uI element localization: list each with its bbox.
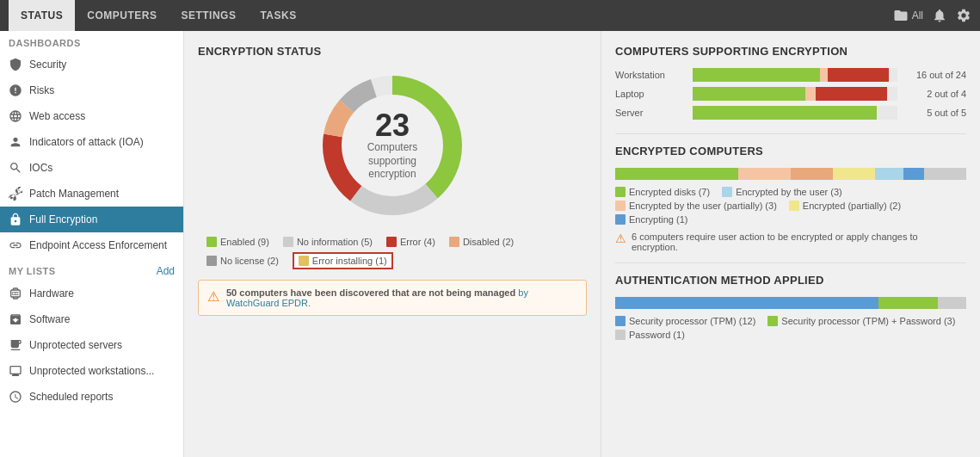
sidebar-item-full-encryption[interactable]: Full Encryption (0, 207, 183, 232)
enc-dot-partial-user (615, 201, 626, 211)
sidebar-label-iocs: IOCs (29, 162, 52, 174)
sidebar-item-ioa[interactable]: Indicators of attack (IOA) (0, 129, 183, 155)
enc-warning-text: 6 computers require user action to be en… (632, 232, 966, 252)
enc-label-partial: Encrypted (partially) (2) (803, 201, 901, 211)
nav-tab-tasks[interactable]: Tasks (248, 0, 308, 31)
sidebar-item-iocs[interactable]: IOCs (0, 155, 183, 181)
right-panel: COMPUTERS SUPPORTING ENCRYPTION Workstat… (601, 31, 980, 457)
enc-legend-partial-user: Encrypted by the user (partially) (3) (615, 201, 777, 211)
sidebar-label-patch: Patch Management (29, 188, 119, 200)
nav-tab-computers[interactable]: Computers (75, 0, 169, 31)
all-label: All (912, 9, 923, 22)
auth-label-pwd: Password (1) (629, 330, 685, 340)
legend-label-noinfo: No information (5) (297, 237, 373, 247)
monitor-icon (9, 364, 22, 378)
sidebar-label-scheduled-reports: Scheduled reports (29, 391, 113, 403)
bar-seg-ws-4 (889, 68, 897, 82)
chart-legend: Enabled (9) No information (5) Error (4)… (198, 237, 587, 269)
auth-method-bar (615, 297, 966, 309)
legend-label-enabled: Enabled (9) (220, 237, 269, 247)
bell-icon[interactable] (932, 8, 947, 23)
my-lists-header: MY LISTS Add (0, 258, 183, 281)
auth-label-tpm: Security processor (TPM) (12) (629, 316, 755, 326)
sidebar-label-hardware: Hardware (29, 287, 74, 300)
bar-seg-sv-2 (877, 106, 897, 120)
enc-dot-partial (789, 201, 799, 211)
sidebar-item-unprotected-workstations[interactable]: Unprotected workstations... (0, 358, 183, 384)
bar-label-workstation: Workstation (615, 70, 693, 80)
all-button[interactable]: All (893, 8, 923, 23)
bar-seg-lp-2 (805, 87, 816, 101)
sidebar-item-hardware[interactable]: Hardware (0, 281, 183, 306)
warning-text-main: 50 computers have been discovered that a… (226, 287, 515, 298)
enc-bar-7 (924, 168, 966, 180)
bar-seg-ws-2 (820, 68, 829, 82)
enc-warning: ⚠ 6 computers require user action to be … (615, 232, 966, 252)
sidebar-item-endpoint[interactable]: Endpoint Access Enforcement (0, 232, 183, 258)
auth-dot-tpm (615, 316, 626, 326)
legend-enabled: Enabled (9) (206, 237, 269, 247)
enc-legend-disks: Encrypted disks (7) (615, 187, 710, 197)
bar-label-laptop: Laptop (615, 89, 693, 99)
enc-bar-2 (738, 168, 791, 180)
enc-bar-5 (875, 168, 903, 180)
auth-dot-pwd (615, 330, 626, 340)
enc-label-encrypting: Encrypting (1) (629, 214, 687, 225)
link-icon (9, 238, 22, 252)
auth-legend: Security processor (TPM) (12) Security p… (615, 316, 966, 340)
add-list-button[interactable]: Add (157, 265, 175, 277)
legend-label-nolicense: No license (2) (220, 256, 279, 266)
enc-dot-by-user (722, 187, 732, 197)
sidebar-label-risks: Risks (29, 84, 54, 96)
enc-legend-partial: Encrypted (partially) (2) (789, 201, 901, 211)
divider-2 (615, 262, 966, 263)
sidebar-item-software[interactable]: Software (0, 306, 183, 332)
divider-1 (615, 133, 966, 134)
enc-bar-1 (615, 168, 738, 180)
donut-number: 23 (367, 110, 418, 141)
sidebar-item-risks[interactable]: Risks (0, 77, 183, 103)
legend-dot-disabled (449, 237, 459, 247)
legend-nolicense: No license (2) (206, 252, 279, 269)
server-icon (9, 338, 22, 352)
enc-bar-4 (833, 168, 875, 180)
person-icon (9, 135, 22, 149)
legend-dot-error (386, 237, 397, 247)
donut-chart-container: 23 Computerssupportingencryption (198, 68, 587, 223)
sidebar-item-patch[interactable]: Patch Management (0, 181, 183, 207)
alert-circle-icon (9, 83, 22, 97)
bar-track-server (693, 106, 897, 120)
clock-icon (9, 390, 22, 404)
donut-chart: 23 Computerssupportingencryption (315, 68, 470, 223)
wrench-icon (9, 187, 22, 201)
auth-method-title: AUTHENTICATION METHOD APPLIED (615, 274, 966, 287)
sidebar-item-security[interactable]: Security (0, 52, 183, 77)
auth-label-tpm-pwd: Security processor (TPM) + Password (3) (781, 316, 955, 326)
auth-legend-tpm-pwd: Security processor (TPM) + Password (3) (767, 316, 955, 326)
sidebar-item-web-access[interactable]: Web access (0, 103, 183, 129)
top-nav: Status Computers Settings Tasks All (0, 0, 980, 31)
warning-box: ⚠ 50 computers have been discovered that… (198, 280, 587, 316)
auth-bar-3 (938, 297, 966, 309)
nav-tab-settings[interactable]: Settings (169, 0, 248, 31)
legend-dot-nolicense (206, 256, 217, 266)
bar-seg-ws-3 (828, 68, 889, 82)
gear-icon[interactable] (956, 8, 971, 23)
enc-label-partial-user: Encrypted by the user (partially) (3) (629, 201, 777, 211)
bar-count-workstation: 16 out of 24 (897, 70, 966, 80)
top-nav-right: All (893, 8, 971, 23)
cpu-icon (9, 287, 22, 300)
bar-count-server: 5 out of 5 (897, 108, 966, 118)
sidebar-label-full-encryption: Full Encryption (29, 213, 97, 225)
globe-icon (9, 109, 22, 123)
auth-dot-tpm-pwd (767, 316, 778, 326)
enc-dot-encrypting (615, 214, 626, 225)
enc-label-by-user: Encrypted by the user (3) (736, 187, 842, 197)
bar-count-laptop: 2 out of 4 (897, 89, 966, 99)
bar-row-laptop: Laptop 2 out of 4 (615, 87, 966, 101)
legend-dot-noinfo (283, 237, 293, 247)
sidebar-item-unprotected-servers[interactable]: Unprotected servers (0, 332, 183, 358)
left-panel: ENCRYPTION STATUS (184, 31, 601, 457)
nav-tab-status[interactable]: Status (9, 0, 75, 31)
sidebar-item-scheduled-reports[interactable]: Scheduled reports (0, 384, 183, 410)
